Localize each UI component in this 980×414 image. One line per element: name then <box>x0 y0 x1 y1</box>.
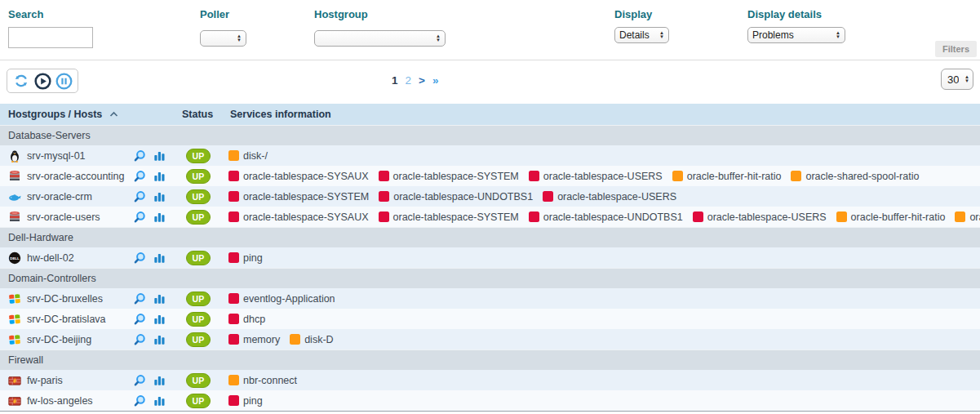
service-status-critical-square[interactable] <box>228 171 239 181</box>
page-button-1[interactable]: 1 <box>392 74 398 87</box>
host-details-button[interactable] <box>133 394 146 407</box>
host-status-cell: UP <box>182 251 228 265</box>
search-input[interactable] <box>8 27 93 48</box>
poller-select[interactable]: ▲▼ <box>200 30 246 47</box>
service-status-critical-square[interactable] <box>379 211 389 222</box>
service-status-critical-square[interactable] <box>228 211 239 222</box>
page-button-2[interactable]: 2 <box>406 74 412 87</box>
service-status-critical-square[interactable] <box>228 314 239 324</box>
windows-icon <box>8 292 21 305</box>
host-graph-button[interactable] <box>153 211 166 223</box>
service-name[interactable]: oracle-tablespace-UNDOTBS1 <box>543 211 683 223</box>
service-name[interactable]: oracle-tablespace-USERS <box>557 191 676 203</box>
host-graph-button[interactable] <box>153 170 166 182</box>
host-details-button[interactable] <box>133 190 146 203</box>
service-name[interactable]: oracle-tablespace-UNDOTBS1 <box>393 191 533 203</box>
host-graph-button[interactable] <box>153 149 166 162</box>
service-status-warning-square[interactable] <box>228 375 239 385</box>
host-details-button[interactable] <box>133 149 146 162</box>
service-item: oracle-shared-spool-ratio <box>791 171 919 182</box>
service-name[interactable]: oracle-buffer-hit-ratio <box>851 211 946 223</box>
service-status-critical-square[interactable] <box>529 171 539 181</box>
host-graph-button[interactable] <box>153 292 166 305</box>
service-status-critical-square[interactable] <box>379 191 389 202</box>
service-status-critical-square[interactable] <box>543 191 553 202</box>
service-name[interactable]: oracle-shared-spool-ratio <box>969 211 980 223</box>
service-status-critical-square[interactable] <box>228 334 239 345</box>
host-name[interactable]: srv-mysql-01 <box>27 150 86 162</box>
host-name[interactable]: srv-DC-bruxelles <box>27 293 103 305</box>
host-name[interactable]: srv-oracle-accounting <box>27 171 125 182</box>
service-status-critical-square[interactable] <box>228 293 239 304</box>
service-status-critical-square[interactable] <box>228 252 239 263</box>
host-row: fw-paris UP nbr-connect <box>0 370 980 390</box>
service-status-warning-square[interactable] <box>955 211 965 222</box>
refresh-button[interactable] <box>12 72 30 90</box>
service-name[interactable]: oracle-tablespace-SYSTEM <box>393 211 519 223</box>
host-row: fw-los-angeles UP ping <box>0 390 980 411</box>
service-name[interactable]: dhcp <box>243 314 265 325</box>
host-graph-button[interactable] <box>153 313 166 325</box>
service-name[interactable]: nbr-connect <box>243 375 297 386</box>
service-name[interactable]: oracle-tablespace-SYSAUX <box>243 171 369 182</box>
filters-button[interactable]: Filters <box>935 41 977 57</box>
host-graph-button[interactable] <box>153 333 166 345</box>
next-page-button[interactable]: > <box>419 74 425 87</box>
host-graph-button[interactable] <box>153 190 166 203</box>
host-details-button[interactable] <box>133 252 146 265</box>
hostgroup-label: Hostgroup <box>314 8 446 20</box>
host-details-button[interactable] <box>133 313 146 326</box>
service-status-warning-square[interactable] <box>672 171 683 181</box>
service-status-critical-square[interactable] <box>228 191 239 202</box>
performance-graph-icon <box>153 211 166 223</box>
last-page-button[interactable]: » <box>432 74 438 87</box>
service-status-warning-square[interactable] <box>836 211 847 222</box>
service-name[interactable]: disk-D <box>304 334 333 345</box>
display-field: Display Details ▲▼ <box>614 8 669 43</box>
display-details-select[interactable]: Problems ▲▼ <box>747 27 845 43</box>
host-name[interactable]: srv-oracle-users <box>27 211 100 223</box>
host-details-button[interactable] <box>133 170 146 183</box>
service-name[interactable]: ping <box>243 252 263 264</box>
host-details-button[interactable] <box>133 374 146 387</box>
host-graph-button[interactable] <box>153 394 166 407</box>
service-name[interactable]: oracle-tablespace-USERS <box>707 211 827 223</box>
play-button[interactable] <box>33 72 51 90</box>
service-status-critical-square[interactable] <box>693 211 703 222</box>
host-name[interactable]: srv-oracle-crm <box>27 191 92 203</box>
service-name[interactable]: oracle-tablespace-SYSAUX <box>243 211 369 223</box>
service-name[interactable]: oracle-buffer-hit-ratio <box>687 171 782 182</box>
service-name[interactable]: memory <box>243 334 280 345</box>
column-hostgroups-hosts[interactable]: Hostgroups / Hosts <box>0 109 182 120</box>
service-name[interactable]: oracle-tablespace-USERS <box>543 171 663 182</box>
service-status-critical-square[interactable] <box>379 171 389 181</box>
hostgroup-select[interactable]: ▲▼ <box>314 30 446 47</box>
service-status-critical-square[interactable] <box>228 395 239 406</box>
service-name[interactable]: oracle-tablespace-SYSTEM <box>393 171 519 182</box>
host-name[interactable]: fw-los-angeles <box>27 395 93 407</box>
column-services-information[interactable]: Services information <box>228 109 980 120</box>
host-name[interactable]: fw-paris <box>27 375 63 386</box>
service-status-warning-square[interactable] <box>290 334 300 345</box>
service-status-warning-square[interactable] <box>228 150 239 161</box>
service-name[interactable]: ping <box>243 395 263 407</box>
host-name[interactable]: hw-dell-02 <box>27 252 74 264</box>
service-status-critical-square[interactable] <box>529 211 539 222</box>
status-badge: UP <box>186 312 211 327</box>
service-name[interactable]: oracle-shared-spool-ratio <box>805 171 919 182</box>
host-name[interactable]: srv-DC-bratislava <box>27 314 106 325</box>
service-name[interactable]: eventlog-Application <box>243 293 335 305</box>
pause-button[interactable] <box>55 72 73 90</box>
page-size-select[interactable]: 30 ▲▼ <box>941 69 973 90</box>
column-status[interactable]: Status <box>182 109 228 120</box>
host-details-button[interactable] <box>133 292 146 305</box>
service-status-warning-square[interactable] <box>791 171 801 181</box>
host-graph-button[interactable] <box>153 252 166 264</box>
host-name[interactable]: srv-DC-beijing <box>27 334 91 345</box>
host-details-button[interactable] <box>133 333 146 346</box>
host-graph-button[interactable] <box>153 374 166 386</box>
service-name[interactable]: oracle-tablespace-SYSTEM <box>243 191 369 203</box>
host-details-button[interactable] <box>133 211 146 224</box>
display-select[interactable]: Details ▲▼ <box>614 27 669 43</box>
service-name[interactable]: disk-/ <box>243 150 268 162</box>
